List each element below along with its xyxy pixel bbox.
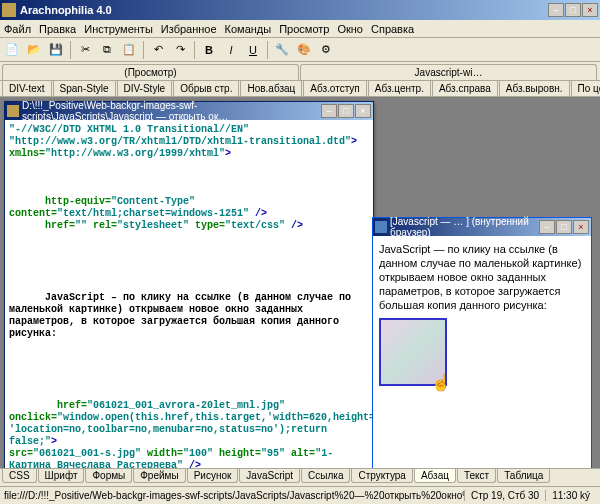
cut-icon[interactable]: ✂	[75, 40, 95, 60]
browser-icon	[375, 221, 387, 233]
mdi-close-button[interactable]: ×	[355, 104, 371, 118]
status-cursor: Стр 19, Стб 30	[464, 490, 545, 501]
toolbar-separator	[70, 41, 71, 59]
status-time: 11:30 ký	[545, 490, 596, 501]
app-title: Arachnophilia 4.0	[20, 4, 548, 16]
undo-icon[interactable]: ↶	[148, 40, 168, 60]
format-tab-4[interactable]: Нов.абзац	[240, 81, 302, 96]
format-tab-2[interactable]: DIV-Style	[117, 81, 173, 96]
toolbar-separator	[267, 41, 268, 59]
format-tab-5[interactable]: Абз.отступ	[303, 81, 366, 96]
open-icon[interactable]: 📂	[24, 40, 44, 60]
maximize-button[interactable]: □	[565, 3, 581, 17]
redo-icon[interactable]: ↷	[170, 40, 190, 60]
format-tab-0[interactable]: DIV-text	[2, 81, 52, 96]
code-editor[interactable]: "-//W3C//DTD XHTML 1.0 Transitional//EN"…	[5, 120, 373, 472]
format-tab-3[interactable]: Обрыв стр.	[173, 81, 239, 96]
tool-icon[interactable]: 🔧	[272, 40, 292, 60]
bottom-tab-Таблица[interactable]: Таблица	[497, 469, 550, 483]
browser-paragraph: JavaScript — по клику на ссылке (в данно…	[379, 242, 585, 312]
toolbar: 📄 📂 💾 ✂ ⧉ 📋 ↶ ↷ B I U 🔧 🎨 ⚙	[0, 38, 600, 62]
top-tab-row: (Просмотр) Javascript-wi…	[0, 62, 600, 81]
format-tab-8[interactable]: Абз.выровн.	[499, 81, 570, 96]
format-tab-1[interactable]: Span-Style	[53, 81, 116, 96]
menu-file[interactable]: Файл	[4, 23, 31, 35]
browser-viewport: JavaScript — по клику на ссылке (в данно…	[373, 236, 591, 474]
save-icon[interactable]: 💾	[46, 40, 66, 60]
bottom-tab-Структура[interactable]: Структура	[351, 469, 412, 483]
code-window-title: D:\!!!_Positive\Web-backgr-images-swf-sc…	[22, 100, 321, 122]
tool2-icon[interactable]: ⚙	[316, 40, 336, 60]
underline-icon[interactable]: U	[243, 40, 263, 60]
bold-icon[interactable]: B	[199, 40, 219, 60]
workspace: D:\!!!_Positive\Web-backgr-images-swf-sc…	[0, 97, 600, 477]
new-file-icon[interactable]: 📄	[2, 40, 22, 60]
internal-browser-window: [Javascript — … ] (внутренний браузер) –…	[372, 217, 592, 475]
preview-image-link[interactable]: ☝	[379, 318, 447, 386]
bottom-tab-Абзац[interactable]: Абзац	[414, 469, 456, 483]
italic-icon[interactable]: I	[221, 40, 241, 60]
toolbar-separator	[194, 41, 195, 59]
tab-preview[interactable]: (Просмотр)	[2, 64, 299, 80]
bottom-tab-JavaScript[interactable]: JavaScript	[239, 469, 300, 483]
menu-help[interactable]: Справка	[371, 23, 414, 35]
bottom-tab-Рисунок[interactable]: Рисунок	[187, 469, 239, 483]
mdi-minimize-button[interactable]: –	[321, 104, 337, 118]
doc-icon	[7, 105, 19, 117]
format-tab-6[interactable]: Абз.центр.	[368, 81, 431, 96]
toolbar-separator	[143, 41, 144, 59]
bottom-tab-row: CSSШрифтФормыФреймыРисунокJavaScriptСсыл…	[0, 468, 600, 486]
browser-close-button[interactable]: ×	[573, 220, 589, 234]
browser-title-text: [Javascript — … ] (внутренний браузер)	[390, 216, 539, 238]
tab-javascript-wi[interactable]: Javascript-wi…	[300, 64, 597, 80]
format-tab-row: DIV-textSpan-StyleDIV-StyleОбрыв стр.Нов…	[0, 81, 600, 97]
menu-view[interactable]: Просмотр	[279, 23, 329, 35]
paste-icon[interactable]: 📋	[119, 40, 139, 60]
bottom-tab-Формы[interactable]: Формы	[85, 469, 132, 483]
app-titlebar: Arachnophilia 4.0 – □ ×	[0, 0, 600, 20]
menu-edit[interactable]: Правка	[39, 23, 76, 35]
menu-commands[interactable]: Команды	[225, 23, 272, 35]
minimize-button[interactable]: –	[548, 3, 564, 17]
format-tab-7[interactable]: Абз.справа	[432, 81, 498, 96]
menu-favorites[interactable]: Избранное	[161, 23, 217, 35]
hand-cursor-icon: ☝	[431, 376, 451, 390]
mdi-maximize-button[interactable]: □	[338, 104, 354, 118]
format-tab-9[interactable]: По центру	[571, 81, 600, 96]
bottom-tab-CSS[interactable]: CSS	[2, 469, 37, 483]
browser-minimize-button[interactable]: –	[539, 220, 555, 234]
status-path: file:///D:/!!!_Positive/Web-backgr-image…	[4, 490, 464, 501]
menu-window[interactable]: Окно	[337, 23, 363, 35]
browser-titlebar: [Javascript — … ] (внутренний браузер) –…	[373, 218, 591, 236]
color-icon[interactable]: 🎨	[294, 40, 314, 60]
copy-icon[interactable]: ⧉	[97, 40, 117, 60]
statusbar: file:///D:/!!!_Positive/Web-backgr-image…	[0, 486, 600, 504]
bottom-tab-Фреймы[interactable]: Фреймы	[133, 469, 185, 483]
close-button[interactable]: ×	[582, 3, 598, 17]
code-editor-window: D:\!!!_Positive\Web-backgr-images-swf-sc…	[4, 101, 374, 473]
menubar: Файл Правка Инструменты Избранное Команд…	[0, 20, 600, 38]
app-icon	[2, 3, 16, 17]
menu-tools[interactable]: Инструменты	[84, 23, 153, 35]
bottom-tab-Шрифт[interactable]: Шрифт	[38, 469, 85, 483]
bottom-tab-Текст[interactable]: Текст	[457, 469, 496, 483]
bottom-tab-Ссылка[interactable]: Ссылка	[301, 469, 350, 483]
browser-maximize-button[interactable]: □	[556, 220, 572, 234]
code-window-titlebar: D:\!!!_Positive\Web-backgr-images-swf-sc…	[5, 102, 373, 120]
